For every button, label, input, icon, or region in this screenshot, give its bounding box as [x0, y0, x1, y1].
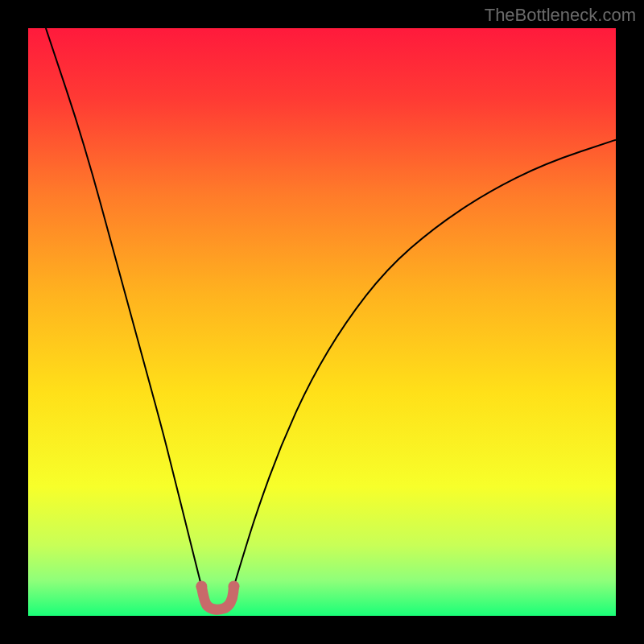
minimum-endpoint-right: [229, 581, 240, 592]
bottleneck-chart: [28, 28, 616, 616]
watermark-text: TheBottleneck.com: [485, 5, 636, 26]
minimum-endpoint-left: [196, 581, 207, 592]
plot-background: [28, 28, 616, 616]
outer-frame: TheBottleneck.com: [0, 0, 644, 644]
